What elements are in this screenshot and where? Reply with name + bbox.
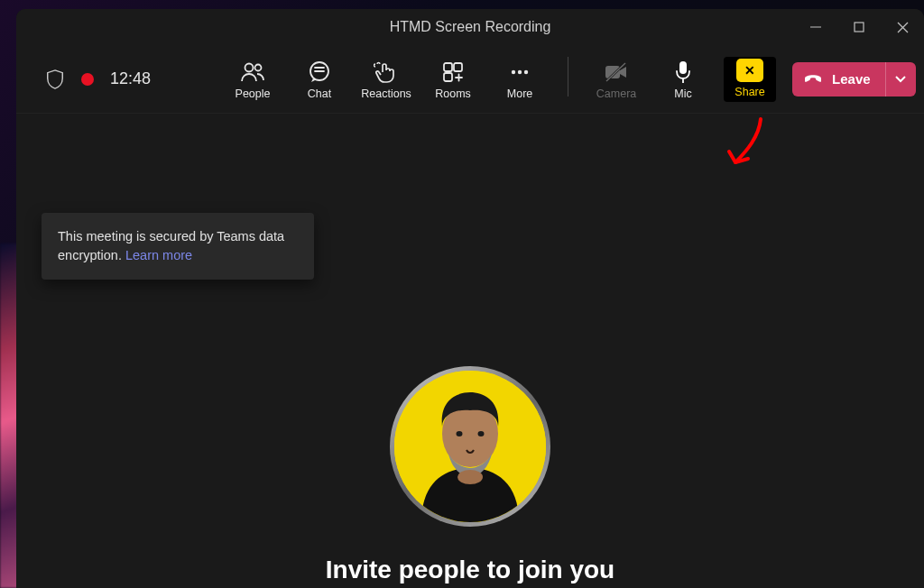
minimize-button[interactable] <box>794 9 837 45</box>
svg-point-20 <box>457 431 463 436</box>
camera-off-icon <box>604 60 629 84</box>
meeting-stage: This meeting is secured by Teams data en… <box>16 114 924 588</box>
mic-button[interactable]: Mic <box>657 57 709 100</box>
toolbar-center-group: People Chat Reactions <box>226 57 776 102</box>
maximize-button[interactable] <box>837 9 881 45</box>
rooms-button[interactable]: Rooms <box>427 57 479 100</box>
recording-indicator-icon <box>81 73 94 86</box>
title-bar: HTMD Screen Recording <box>16 9 924 45</box>
rooms-label: Rooms <box>435 87 471 100</box>
people-label: People <box>236 87 271 100</box>
svg-rect-7 <box>444 63 452 71</box>
stop-share-icon: ✕ <box>736 59 763 82</box>
more-button[interactable]: More <box>494 57 546 100</box>
annotation-arrow-icon <box>725 112 770 175</box>
svg-point-11 <box>518 69 522 73</box>
svg-rect-9 <box>444 73 452 81</box>
leave-label: Leave <box>832 71 871 87</box>
window-title: HTMD Screen Recording <box>390 19 551 35</box>
camera-button[interactable]: Camera <box>590 57 642 100</box>
mic-label: Mic <box>674 87 691 100</box>
more-label: More <box>507 87 532 100</box>
leave-options-button[interactable] <box>885 62 916 96</box>
svg-point-22 <box>457 470 483 484</box>
svg-rect-8 <box>454 63 462 71</box>
chat-button[interactable]: Chat <box>293 57 346 100</box>
shield-icon[interactable] <box>45 69 65 90</box>
people-icon <box>239 60 266 84</box>
more-icon <box>508 60 531 84</box>
svg-rect-1 <box>855 23 864 32</box>
svg-point-10 <box>512 69 515 73</box>
meeting-toolbar: 12:48 People Chat <box>16 45 924 114</box>
camera-label: Camera <box>596 87 636 100</box>
share-button[interactable]: ✕ Share <box>724 57 776 102</box>
teams-meeting-window: HTMD Screen Recording 12:48 <box>16 9 924 588</box>
learn-more-link[interactable]: Learn more <box>125 248 192 262</box>
leave-button-group: Leave <box>792 62 916 96</box>
svg-rect-16 <box>679 61 687 74</box>
svg-point-4 <box>245 63 254 71</box>
svg-point-21 <box>478 431 485 436</box>
encryption-tooltip: This meeting is secured by Teams data en… <box>42 213 314 280</box>
mic-icon <box>674 60 692 84</box>
hangup-icon <box>803 71 823 87</box>
chat-icon <box>308 60 331 84</box>
svg-point-5 <box>255 64 262 70</box>
people-button[interactable]: People <box>226 57 279 100</box>
reactions-icon <box>374 60 399 84</box>
share-label: Share <box>735 86 764 98</box>
participant-avatar <box>390 366 550 527</box>
meeting-timer: 12:48 <box>110 69 151 88</box>
svg-point-12 <box>524 69 528 73</box>
leave-button[interactable]: Leave <box>792 62 885 96</box>
meeting-status-group: 12:48 <box>20 69 151 90</box>
reactions-button[interactable]: Reactions <box>360 57 412 100</box>
chat-label: Chat <box>308 87 331 100</box>
toolbar-separator <box>568 57 568 96</box>
chevron-down-icon <box>895 72 906 86</box>
window-controls <box>794 9 924 45</box>
close-button[interactable] <box>881 9 924 45</box>
reactions-label: Reactions <box>361 87 411 100</box>
invite-heading: Invite people to join you <box>326 556 614 584</box>
rooms-icon <box>442 60 464 84</box>
avatar-image <box>394 371 546 522</box>
